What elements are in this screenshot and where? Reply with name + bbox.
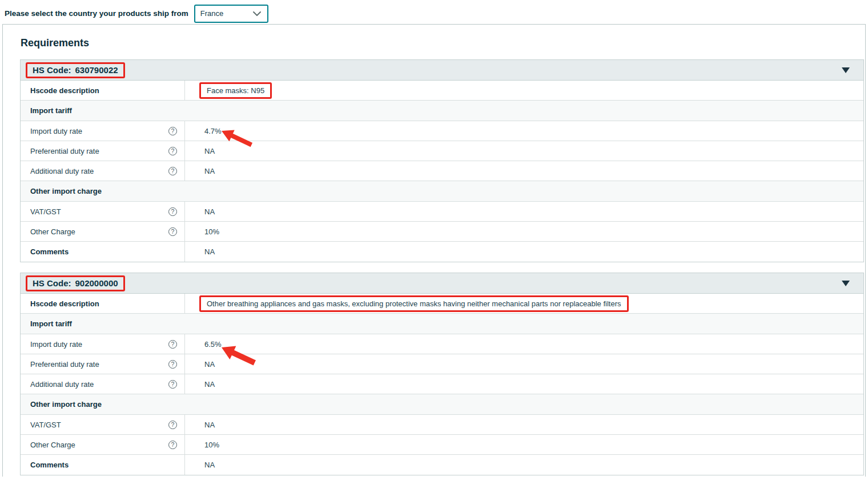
collapse-chevron-icon[interactable] bbox=[842, 281, 850, 286]
hs-panel-header[interactable]: HS Code: 902000000 bbox=[21, 273, 863, 294]
row-label-text: Preferential duty rate bbox=[30, 360, 99, 369]
section-header-import-tariff: Import tariff bbox=[21, 314, 863, 334]
row-label-text: Additional duty rate bbox=[30, 167, 94, 175]
row-label: Other Charge ? bbox=[21, 222, 185, 241]
row-label: Hscode description bbox=[21, 81, 185, 100]
row-label: Import duty rate ? bbox=[21, 334, 185, 354]
row-value-text: NA bbox=[204, 360, 215, 369]
row-value-text: NA bbox=[204, 167, 215, 175]
row-label: Hscode description bbox=[21, 294, 185, 313]
table-row: Additional duty rate ? NA bbox=[21, 374, 863, 394]
row-label: VAT/GST ? bbox=[21, 202, 185, 221]
section-header-import-tariff: Import tariff bbox=[21, 101, 863, 121]
page-title: Requirements bbox=[21, 37, 865, 49]
row-value-text: 10% bbox=[204, 227, 219, 236]
row-label-text: Import duty rate bbox=[30, 127, 82, 135]
table-row: Import duty rate ? 4.7% bbox=[21, 121, 863, 141]
table-row: Preferential duty rate ? NA bbox=[21, 354, 863, 374]
row-value-text: NA bbox=[204, 147, 215, 155]
table-row: Other Charge ? 10% bbox=[21, 435, 863, 455]
hs-code-value: 630790022 bbox=[75, 65, 118, 75]
table-row: Hscode description Face masks: N95 bbox=[21, 81, 863, 101]
hs-code-label: HS Code: bbox=[33, 65, 71, 75]
row-value: NA bbox=[185, 374, 863, 394]
help-icon[interactable]: ? bbox=[168, 227, 177, 236]
hs-panel-902000000: HS Code: 902000000 Hscode description Ot… bbox=[20, 273, 864, 475]
row-value: NA bbox=[185, 455, 863, 475]
help-icon[interactable]: ? bbox=[168, 207, 177, 216]
row-value: NA bbox=[185, 141, 863, 161]
row-value-text: 4.7% bbox=[204, 127, 222, 135]
row-value-text: NA bbox=[204, 461, 215, 469]
row-label: Comments bbox=[21, 455, 185, 475]
row-label-text: Import duty rate bbox=[30, 340, 82, 349]
row-value: NA bbox=[185, 242, 863, 262]
row-label: Additional duty rate ? bbox=[21, 374, 185, 394]
row-label-text: Additional duty rate bbox=[30, 380, 94, 389]
row-value-text: 6.5% bbox=[204, 340, 222, 349]
chevron-down-icon bbox=[252, 10, 262, 18]
row-label-text: VAT/GST bbox=[30, 421, 61, 429]
description-annotation-box: Other breathing appliances and gas masks… bbox=[199, 295, 629, 312]
section-header-other-import-charge: Other import charge bbox=[21, 394, 863, 415]
table-row: Additional duty rate ? NA bbox=[21, 161, 863, 181]
table-row: Comments NA bbox=[21, 455, 863, 475]
row-value: NA bbox=[185, 202, 863, 221]
row-label: Comments bbox=[21, 242, 185, 262]
help-icon[interactable]: ? bbox=[168, 441, 177, 449]
row-label: Preferential duty rate ? bbox=[21, 141, 185, 161]
country-select-dropdown[interactable]: France bbox=[194, 5, 268, 23]
table-row: VAT/GST ? NA bbox=[21, 202, 863, 222]
help-icon[interactable]: ? bbox=[168, 360, 177, 369]
row-value: 6.5% bbox=[185, 334, 863, 354]
hs-code-value: 902000000 bbox=[75, 278, 118, 288]
row-label: Other Charge ? bbox=[21, 435, 185, 454]
collapse-chevron-icon[interactable] bbox=[842, 67, 850, 73]
country-select-value: France bbox=[200, 9, 223, 18]
row-label: Additional duty rate ? bbox=[21, 161, 185, 181]
row-value: 10% bbox=[185, 435, 863, 454]
help-icon[interactable]: ? bbox=[168, 421, 177, 429]
help-icon[interactable]: ? bbox=[168, 340, 177, 349]
requirements-container: Requirements HS Code: 630790022 Hscode d… bbox=[2, 24, 866, 477]
row-value-text: NA bbox=[204, 247, 215, 256]
row-value-text: NA bbox=[204, 207, 215, 216]
row-label: Preferential duty rate ? bbox=[21, 354, 185, 374]
row-label: VAT/GST ? bbox=[21, 415, 185, 434]
row-label-text: Preferential duty rate bbox=[30, 147, 99, 155]
section-header-other-import-charge: Other import charge bbox=[21, 181, 863, 202]
description-annotation-box: Face masks: N95 bbox=[199, 82, 272, 99]
hs-panel-header[interactable]: HS Code: 630790022 bbox=[21, 60, 863, 81]
row-label-text: Other Charge bbox=[30, 227, 75, 236]
table-row: Preferential duty rate ? NA bbox=[21, 141, 863, 161]
table-row: Comments NA bbox=[21, 242, 863, 262]
hs-panel-630790022: HS Code: 630790022 Hscode description Fa… bbox=[20, 59, 864, 262]
row-value: 10% bbox=[185, 222, 863, 241]
row-label-text: VAT/GST bbox=[30, 207, 61, 216]
row-value: Face masks: N95 bbox=[185, 81, 863, 100]
help-icon[interactable]: ? bbox=[168, 147, 177, 155]
row-value: NA bbox=[185, 354, 863, 374]
row-value-text: NA bbox=[204, 380, 215, 389]
table-row: Import duty rate ? 6.5% bbox=[21, 334, 863, 354]
row-value: Other breathing appliances and gas masks… bbox=[185, 294, 863, 313]
hs-code-annotation-box: HS Code: 630790022 bbox=[26, 62, 125, 78]
country-selector-label: Please select the country your products … bbox=[5, 9, 188, 18]
table-row: Hscode description Other breathing appli… bbox=[21, 294, 863, 314]
help-icon[interactable]: ? bbox=[168, 167, 177, 175]
hs-code-annotation-box: HS Code: 902000000 bbox=[26, 275, 125, 291]
row-value: NA bbox=[185, 415, 863, 434]
help-icon[interactable]: ? bbox=[168, 127, 177, 135]
table-row: VAT/GST ? NA bbox=[21, 415, 863, 435]
row-value-text: 10% bbox=[204, 441, 219, 449]
row-value: 4.7% bbox=[185, 121, 863, 141]
row-value-text: NA bbox=[204, 421, 215, 429]
country-selector-bar: Please select the country your products … bbox=[0, 0, 868, 24]
row-value: NA bbox=[185, 161, 863, 181]
help-icon[interactable]: ? bbox=[168, 380, 177, 389]
row-label-text: Other Charge bbox=[30, 441, 75, 449]
hs-code-label: HS Code: bbox=[33, 278, 71, 288]
table-row: Other Charge ? 10% bbox=[21, 222, 863, 242]
row-label: Import duty rate ? bbox=[21, 121, 185, 141]
